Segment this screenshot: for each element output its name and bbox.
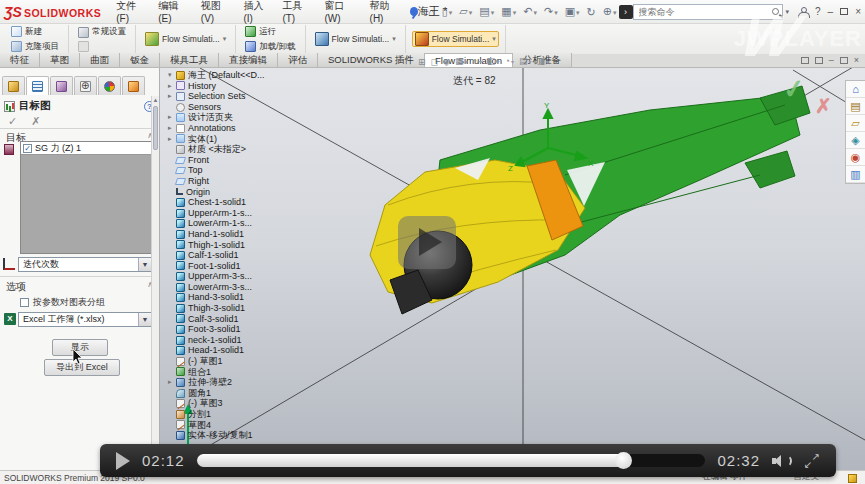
tree-item[interactable]: Origin — [168, 187, 318, 198]
command-tab-3[interactable]: 钣金 — [120, 53, 160, 67]
confirm-check-icon[interactable]: ✓ — [781, 73, 806, 106]
panel-scrollbar[interactable]: ▲ ▼ — [151, 96, 159, 470]
abscissa-select[interactable]: 迭代次数 ▼ — [18, 257, 152, 272]
home-icon[interactable]: ⌂ — [426, 5, 437, 19]
feature-manager-tab[interactable] — [2, 76, 25, 95]
minimize-button[interactable]: – — [828, 7, 834, 17]
tree-item[interactable]: 草图4 — [168, 420, 318, 431]
progress-bar[interactable] — [197, 454, 706, 467]
flow-features-button[interactable]: Flow Simulati...▾ — [142, 31, 229, 47]
tree-item[interactable]: Hand-1-solid1 — [168, 229, 318, 240]
tree-item[interactable]: ▸设计活页夹 — [168, 112, 318, 123]
clone-project-button[interactable]: 克隆项目 — [8, 40, 62, 54]
graphics-viewport[interactable]: Y X Z ▾海王 (Default<<D...▸History▸Selecti… — [160, 68, 865, 470]
doc-cascade-icon[interactable] — [840, 57, 848, 64]
command-tab-7[interactable]: SOLIDWORKS 插件 — [318, 53, 425, 67]
tree-item[interactable]: (-) 草图3 — [168, 398, 318, 409]
options-section-header[interactable]: 选项 — [6, 280, 26, 294]
component-control-button[interactable] — [75, 40, 129, 53]
flow-conditions-button[interactable]: Flow Simulati...▾ — [312, 31, 399, 47]
tree-item[interactable]: Head-1-solid1 — [168, 345, 318, 356]
flow-results-button[interactable]: Flow Simulati...▾ — [412, 31, 499, 47]
expand-arrow-icon[interactable]: ▸ — [168, 81, 176, 92]
tree-item[interactable]: 材质 <未指定> — [168, 144, 318, 155]
design-library-icon[interactable]: ▤ — [846, 98, 865, 115]
undo-icon[interactable]: ↶▾ — [521, 4, 539, 20]
ok-button[interactable]: ✓ — [8, 115, 17, 128]
appearances-icon[interactable]: ◉ — [846, 149, 865, 166]
tree-item[interactable]: Top — [168, 165, 318, 176]
open-icon[interactable]: ▱▾ — [457, 4, 474, 20]
redo-icon[interactable]: ↷▾ — [542, 4, 560, 20]
appearance-icon[interactable]: ▤▾ — [519, 55, 532, 68]
search-input[interactable] — [637, 6, 772, 18]
restore-button[interactable] — [840, 8, 848, 15]
tree-item[interactable]: Hand-3-solid1 — [168, 292, 318, 303]
scrollbar-thumb[interactable] — [153, 106, 158, 150]
tree-item[interactable]: Foot-3-solid1 — [168, 324, 318, 335]
help-button[interactable]: ? — [815, 7, 821, 17]
display-style-icon[interactable]: ◧▾ — [487, 55, 500, 68]
tree-item[interactable]: UpperArm-1-s... — [168, 208, 318, 219]
tree-item[interactable]: Front — [168, 155, 318, 166]
menu-item-2[interactable]: 视图(V) — [196, 0, 237, 26]
flow-simulation-tab[interactable] — [122, 76, 145, 95]
checkbox-box[interactable]: ✓ — [20, 298, 29, 307]
home-icon[interactable]: ⌂ — [846, 81, 865, 98]
general-settings-button[interactable]: 常规设置 — [75, 25, 129, 39]
tree-item[interactable]: Calf-3-solid1 — [168, 314, 318, 325]
menu-item-6[interactable]: 帮助(H) — [365, 0, 406, 26]
print-icon[interactable]: ▦▾ — [499, 4, 518, 20]
tree-item[interactable]: Thigh-3-solid1 — [168, 303, 318, 314]
search-magnifier-icon[interactable] — [772, 8, 779, 15]
pin-icon[interactable] — [410, 7, 418, 16]
sign-in-icon[interactable] — [798, 7, 808, 17]
tree-item[interactable]: 组合1 — [168, 367, 318, 378]
save-icon[interactable]: ▤▾ — [477, 4, 496, 20]
doc-restore2-icon[interactable] — [815, 57, 823, 64]
dropdown-arrow-icon[interactable]: ▼ — [138, 313, 151, 326]
expand-arrow-icon[interactable]: ▸ — [168, 123, 176, 134]
expand-arrow-icon[interactable]: ▾ — [168, 70, 176, 81]
tree-item[interactable]: 实体-移动/复制1 — [168, 430, 318, 441]
search-dropdown-icon[interactable]: ▾ — [786, 8, 790, 16]
command-tab-5[interactable]: 直接编辑 — [219, 53, 278, 67]
tree-item[interactable]: ▸实体(1) — [168, 134, 318, 145]
options-icon[interactable]: ⊕▾ — [601, 4, 619, 20]
doc-minimize-icon[interactable]: – — [829, 56, 834, 65]
menu-item-3[interactable]: 插入(I) — [238, 0, 275, 26]
tree-item[interactable]: 圆角1 — [168, 388, 318, 399]
menu-item-5[interactable]: 窗口(W) — [319, 0, 362, 26]
volume-icon[interactable] — [772, 453, 792, 469]
command-tab-6[interactable]: 评估 — [278, 53, 318, 67]
previous-view-icon[interactable]: ◈ — [443, 56, 450, 68]
tree-item[interactable]: Sensors — [168, 102, 318, 113]
dropdown-arrow-icon[interactable]: ▼ — [138, 258, 151, 271]
run-button[interactable]: 运行 — [242, 25, 298, 39]
doc-close-icon[interactable]: × — [854, 56, 859, 65]
tree-item[interactable]: (-) 草图1 — [168, 356, 318, 367]
command-tab-0[interactable]: 特征 — [0, 53, 40, 67]
tree-item[interactable]: ▸拉伸-薄壁2 — [168, 377, 318, 388]
cancel-button[interactable]: ✗ — [31, 115, 40, 128]
section-view-icon[interactable]: ▦▾ — [455, 55, 468, 68]
body-model[interactable] — [370, 86, 810, 314]
tree-item[interactable]: Foot-1-solid1 — [168, 261, 318, 272]
menu-item-4[interactable]: 工具(T) — [277, 0, 317, 26]
custom-properties-icon[interactable]: ▥ — [846, 166, 865, 183]
configuration-manager-tab[interactable] — [50, 76, 73, 95]
tree-item[interactable]: Calf-1-solid1 — [168, 250, 318, 261]
command-tab-1[interactable]: 草图 — [40, 53, 80, 67]
expand-arrow-icon[interactable]: ▸ — [168, 112, 176, 123]
expand-arrow-icon[interactable]: ▸ — [168, 91, 176, 102]
confirm-cancel-icon[interactable]: ✗ — [815, 94, 832, 118]
hide-items-icon[interactable]: ◔▾ — [504, 55, 513, 68]
new-document-icon[interactable]: ▯▾ — [440, 4, 455, 20]
zoom-fit-icon[interactable]: ⊞ — [418, 56, 426, 68]
tree-item[interactable]: neck-1-solid1 — [168, 335, 318, 346]
display-manager-tab[interactable] — [98, 76, 121, 95]
load-unload-button[interactable]: 加载/卸载 — [242, 40, 298, 54]
rebuild-icon[interactable]: ↻ — [585, 5, 598, 19]
command-tab-2[interactable]: 曲面 — [80, 53, 120, 67]
goal-list-item[interactable]: ✓ SG 力 (Z) 1 — [21, 142, 151, 155]
